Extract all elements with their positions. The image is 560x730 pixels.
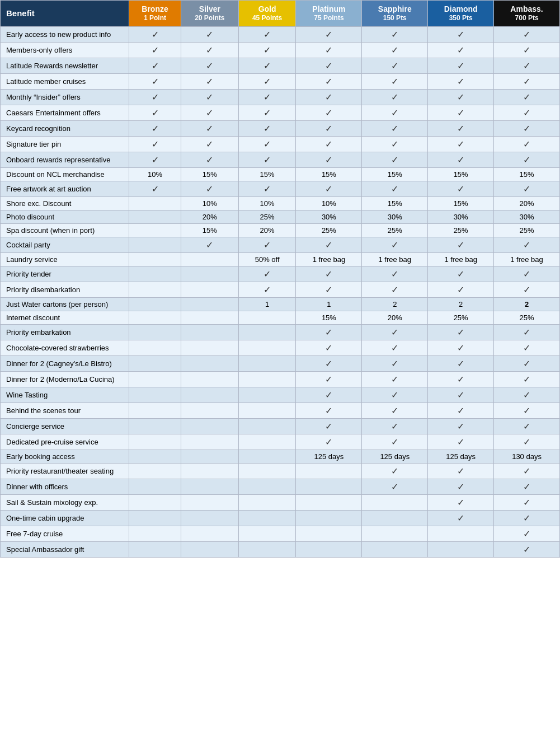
- diamond-cell: ✓: [428, 89, 494, 105]
- checkmark-icon: ✓: [325, 406, 332, 415]
- gold-cell: [238, 387, 296, 403]
- table-row: Early booking access125 days125 days125 …: [1, 450, 560, 463]
- silver-cell: 15%: [181, 223, 239, 237]
- table-row: Sail & Sustain mixology exp.✓✓: [1, 494, 560, 510]
- bronze-cell: ✓: [129, 105, 181, 120]
- silver-cell: [181, 355, 239, 371]
- checkmark-icon: ✓: [457, 108, 464, 118]
- gold-cell: [238, 510, 296, 526]
- sapphire-cell: 25%: [362, 223, 428, 237]
- ambassador-cell: 2: [494, 297, 560, 311]
- ambassador-cell: ✓: [494, 541, 560, 557]
- checkmark-icon: ✓: [391, 61, 398, 71]
- bronze-cell: [129, 252, 181, 266]
- checkmark-icon: ✓: [325, 422, 332, 431]
- ambassador-cell: ✓: [494, 282, 560, 297]
- ambassador-cell: ✓: [494, 73, 560, 89]
- benefit-label: Wine Tasting: [1, 387, 129, 403]
- diamond-cell: ✓: [428, 434, 494, 450]
- checkmark-icon: ✓: [391, 155, 398, 165]
- benefit-label: One-time cabin upgrade: [1, 510, 129, 526]
- ambassador-tier-pts: 700 Pts: [496, 14, 557, 23]
- diamond-tier-header: Diamond 350 Pts: [428, 1, 494, 27]
- silver-cell: ✓: [181, 152, 239, 167]
- gold-cell: ✓: [238, 181, 296, 196]
- checkmark-icon: ✓: [325, 327, 332, 337]
- benefit-label: Laundry service: [1, 252, 129, 266]
- benefit-label: Dinner for 2 (Cagney's/Le Bistro): [1, 355, 129, 371]
- checkmark-icon: ✓: [263, 77, 271, 86]
- silver-cell: 10%: [181, 196, 239, 210]
- bronze-cell: ✓: [129, 73, 181, 89]
- bronze-cell: [129, 282, 181, 297]
- benefit-label: Signature tier pin: [1, 136, 129, 152]
- platinum-cell: ✓: [296, 89, 362, 105]
- checkmark-icon: ✓: [457, 61, 464, 71]
- checkmark-icon: ✓: [457, 343, 464, 353]
- benefit-label: Members-only offers: [1, 42, 129, 58]
- platinum-cell: ✓: [296, 324, 362, 340]
- table-row: Free 7-day cruise✓: [1, 526, 560, 541]
- bronze-tier-header: Bronze 1 Point: [129, 1, 181, 27]
- sapphire-cell: ✓: [362, 237, 428, 252]
- platinum-cell: ✓: [296, 58, 362, 73]
- ambassador-cell: ✓: [494, 105, 560, 120]
- checkmark-icon: ✓: [523, 513, 530, 523]
- diamond-cell: ✓: [428, 387, 494, 403]
- checkmark-icon: ✓: [391, 240, 398, 250]
- benefit-label: Concierge service: [1, 418, 129, 434]
- ambassador-cell: 130 days: [494, 450, 560, 463]
- ambassador-cell: 25%: [494, 223, 560, 237]
- benefit-label: Early booking access: [1, 450, 129, 463]
- diamond-cell: ✓: [428, 26, 494, 42]
- benefit-label: Photo discount: [1, 210, 129, 223]
- silver-tier-pts: 20 Points: [183, 14, 236, 23]
- checkmark-icon: ✓: [263, 30, 271, 39]
- benefit-label: Just Water cartons (per person): [1, 297, 129, 311]
- checkmark-icon: ✓: [206, 45, 213, 55]
- gold-cell: [238, 526, 296, 541]
- silver-cell: [181, 371, 239, 387]
- gold-cell: ✓: [238, 120, 296, 136]
- platinum-cell: [296, 541, 362, 557]
- checkmark-icon: ✓: [263, 92, 271, 102]
- table-row: Members-only offers✓✓✓✓✓✓✓: [1, 42, 560, 58]
- platinum-tier-header: Platinum 75 Points: [296, 1, 362, 27]
- table-row: Free artwork at art auction✓✓✓✓✓✓✓: [1, 181, 560, 196]
- checkmark-icon: ✓: [523, 30, 530, 39]
- checkmark-icon: ✓: [206, 240, 213, 250]
- diamond-cell: ✓: [428, 105, 494, 120]
- platinum-cell: 15%: [296, 167, 362, 181]
- ambassador-tier-header: Ambass. 700 Pts: [494, 1, 560, 27]
- checkmark-icon: ✓: [325, 184, 332, 194]
- diamond-cell: ✓: [428, 340, 494, 355]
- ambassador-cell: ✓: [494, 340, 560, 355]
- checkmark-icon: ✓: [325, 155, 332, 165]
- bronze-cell: [129, 223, 181, 237]
- table-row: Latitude member cruises✓✓✓✓✓✓✓: [1, 73, 560, 89]
- checkmark-icon: ✓: [263, 108, 271, 118]
- checkmark-icon: ✓: [391, 108, 398, 118]
- ambassador-cell: 1 free bag: [494, 252, 560, 266]
- checkmark-icon: ✓: [523, 139, 530, 149]
- sapphire-cell: ✓: [362, 282, 428, 297]
- gold-cell: [238, 479, 296, 494]
- silver-cell: [181, 418, 239, 434]
- ambassador-cell: 15%: [494, 167, 560, 181]
- diamond-cell: [428, 526, 494, 541]
- checkmark-icon: ✓: [457, 390, 464, 400]
- checkmark-icon: ✓: [523, 390, 530, 400]
- table-row: Dedicated pre-cruise service✓✓✓✓: [1, 434, 560, 450]
- ambassador-cell: 20%: [494, 196, 560, 210]
- gold-cell: [238, 403, 296, 418]
- sapphire-cell: ✓: [362, 73, 428, 89]
- gold-cell: ✓: [238, 266, 296, 282]
- checkmark-icon: ✓: [325, 124, 332, 133]
- checkmark-icon: ✓: [263, 124, 271, 133]
- bronze-tier-name: Bronze: [131, 4, 178, 14]
- checkmark-icon: ✓: [457, 498, 464, 507]
- gold-cell: ✓: [238, 89, 296, 105]
- checkmark-icon: ✓: [152, 61, 159, 71]
- checkmark-icon: ✓: [152, 155, 159, 165]
- checkmark-icon: ✓: [457, 437, 464, 447]
